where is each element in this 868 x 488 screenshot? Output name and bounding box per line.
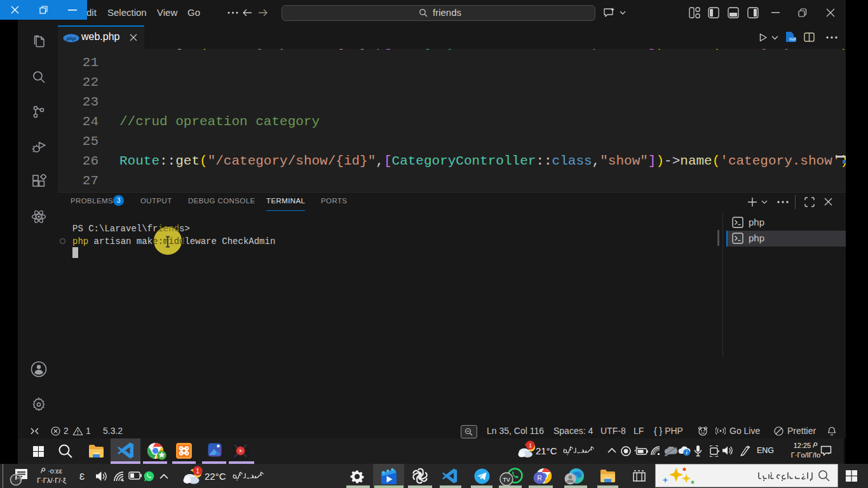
svg-text:php: php bbox=[66, 36, 76, 41]
svg-text:TV: TV bbox=[503, 477, 510, 483]
svg-text:R: R bbox=[537, 475, 541, 482]
svg-text:1: 1 bbox=[196, 468, 200, 475]
svg-text:1: 1 bbox=[529, 442, 532, 449]
svg-text:PHP: PHP bbox=[789, 37, 796, 41]
